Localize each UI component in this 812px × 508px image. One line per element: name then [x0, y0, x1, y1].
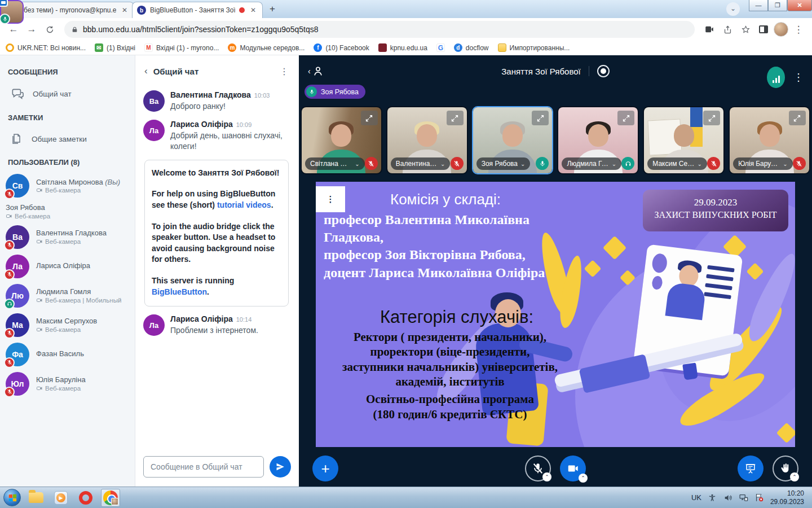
new-tab-button[interactable]: +: [265, 2, 280, 17]
chat-message-input[interactable]: [143, 456, 264, 478]
address-bar[interactable]: bbb.umo.edu.ua/html5client/join?sessionT…: [64, 21, 695, 38]
slide-options-kebab-icon[interactable]: ⋮: [316, 186, 345, 212]
bookmark-facebook[interactable]: f(10) Facebook: [314, 43, 369, 52]
start-button[interactable]: [3, 489, 21, 506]
hand-options-chevron-icon[interactable]: ⌃: [790, 472, 799, 481]
forward-icon[interactable]: →: [24, 21, 39, 37]
webcam-toggle-button[interactable]: ⌃: [560, 456, 586, 481]
bookmark-gmail-inbox[interactable]: MВхідні (1) - myrono...: [144, 43, 219, 52]
restore-presentation-button[interactable]: [738, 456, 764, 481]
webcam-name-label[interactable]: Валентина Гл...⌄: [391, 157, 451, 170]
bookmark-ukrnet[interactable]: UKR.NET: Всі новин...: [6, 43, 86, 52]
webcam-tile[interactable]: Максим Серпу...⌄: [643, 106, 725, 174]
user-row[interactable]: Юл Юлія Баруліна Веб-камера: [0, 369, 135, 398]
diamond-decoration: [603, 236, 626, 260]
meeting-title-group: Заняття Зої Рябової: [299, 65, 812, 77]
taskbar-media-player-button[interactable]: ▶: [51, 489, 70, 507]
message-author: Валентина Гладкова: [170, 90, 251, 99]
chat-message: Ла Лариса Оліфіра10:09 Добрий день, шано…: [143, 120, 290, 152]
webcam-name-label[interactable]: Світлана Мир...⌄: [305, 157, 365, 170]
side-panel-icon[interactable]: [756, 21, 771, 37]
presentation-slide[interactable]: ⋮: [316, 182, 795, 447]
fullscreen-icon[interactable]: [532, 111, 549, 125]
raise-hand-button[interactable]: ⌃: [773, 456, 798, 481]
bookmark-star-icon[interactable]: [738, 21, 753, 37]
user-row[interactable]: Ва Валентина Гладкова Веб-камера: [0, 222, 135, 252]
bookmark-google[interactable]: G: [436, 43, 445, 52]
meeting-options-kebab-icon[interactable]: ⋮: [793, 71, 804, 84]
talking-indicator-pill[interactable]: Зоя Рябова: [304, 85, 365, 99]
message-text: Доброго ранку!: [170, 101, 270, 112]
fullscreen-icon[interactable]: [789, 111, 806, 125]
mic-muted-badge: [4, 357, 15, 368]
bigbluebutton-link[interactable]: BigBlueButton: [152, 287, 207, 296]
tab-close-icon[interactable]: ✕: [120, 6, 129, 15]
profile-avatar[interactable]: [774, 22, 788, 37]
user-row[interactable]: Ма Максим Серпухов Веб-камера: [0, 310, 135, 340]
webcam-tile[interactable]: Людмила Гомля⌄: [557, 106, 639, 174]
taskbar-opera-button[interactable]: [76, 489, 95, 507]
close-button[interactable]: ✕: [787, 0, 812, 11]
tab-close-icon[interactable]: ✕: [249, 6, 258, 15]
browser-menu-kebab-icon[interactable]: ⋮: [791, 21, 806, 37]
volume-icon[interactable]: [723, 493, 733, 503]
sidebar-item-public-chat[interactable]: Общий чат: [0, 81, 135, 109]
back-icon[interactable]: ←: [6, 21, 21, 37]
user-row[interactable]: Св Світлана Миронова (Вы) Веб-камера: [0, 171, 135, 200]
mic-options-chevron-icon[interactable]: ⌃: [542, 472, 551, 481]
minimize-button[interactable]: —: [749, 0, 768, 11]
chat-message: Ва Валентина Гладкова10:03 Доброго ранку…: [143, 90, 290, 112]
chat-options-kebab-icon[interactable]: ⋮: [279, 66, 290, 77]
sidebar-item-shared-notes[interactable]: Общие заметки: [0, 126, 135, 154]
record-indicator-icon[interactable]: [597, 65, 610, 77]
restore-button[interactable]: ❐: [768, 0, 787, 11]
connection-status-icon[interactable]: [767, 67, 785, 88]
user-row[interactable]: Лю Людмила Гомля Веб-камера | Мобильный: [0, 281, 135, 310]
camera-in-use-icon[interactable]: [701, 21, 717, 37]
send-message-button[interactable]: [270, 456, 291, 478]
bookmark-inbox[interactable]: ✉(1) Вхідні: [95, 43, 135, 52]
webcam-name-label[interactable]: Людмила Гомля⌄: [562, 157, 621, 170]
clock[interactable]: 10:20 29.09.2023: [770, 489, 804, 506]
mic-muted-badge: [4, 240, 15, 251]
window-controls: — ❐ ✕: [749, 0, 812, 11]
bookmark-imported-folder[interactable]: Импортированны...: [498, 43, 570, 52]
taskbar-explorer-button[interactable]: [27, 489, 46, 507]
webcam-name-label[interactable]: Зоя Рябова⌄: [476, 157, 531, 170]
user-row[interactable]: Зоя Рябова Веб-камера: [0, 200, 135, 222]
user-row[interactable]: Фа Фазан Василь: [0, 340, 135, 369]
reload-icon[interactable]: [42, 21, 58, 37]
tab-search-chevron-icon[interactable]: ⌄: [726, 2, 740, 16]
chat-back-chevron-icon[interactable]: ‹: [144, 65, 148, 77]
webcam-tile[interactable]: Світлана Мир...⌄: [301, 106, 382, 174]
toggle-userlist-button[interactable]: ‹: [308, 65, 324, 77]
ease-of-access-icon[interactable]: [707, 493, 717, 503]
user-row[interactable]: Ла Лариса Оліфіра: [0, 252, 135, 281]
bookmark-moodle[interactable]: mМодульне середов...: [228, 43, 304, 52]
share-icon[interactable]: [720, 21, 735, 37]
webcam-icon: [567, 462, 579, 475]
bookmark-kpnu[interactable]: kpnu.edu.ua: [378, 43, 427, 52]
webcam-options-chevron-icon[interactable]: ⌃: [579, 474, 588, 483]
tab-bigbluebutton[interactable]: b BigBlueButton - Заняття Зої ✕: [132, 2, 263, 18]
webcam-name-label[interactable]: Юлія Баруліна⌄: [733, 157, 793, 170]
avatar: Ва: [6, 225, 29, 249]
tutorial-videos-link[interactable]: tutorial videos: [217, 200, 271, 209]
welcome-message-card: Welcome to Заняття Зої Рябової! For help…: [144, 160, 289, 306]
webcam-tile[interactable]: Юлія Баруліна⌄: [729, 106, 810, 174]
fullscreen-icon[interactable]: [703, 111, 720, 125]
taskbar-chrome-button-active[interactable]: [101, 489, 120, 507]
webcam-tile[interactable]: Валентина Гл...⌄: [386, 106, 468, 174]
network-icon[interactable]: [739, 493, 749, 503]
bookmark-docflow[interactable]: ddocflow: [454, 43, 489, 52]
fullscreen-icon[interactable]: [447, 111, 464, 125]
fullscreen-icon[interactable]: [617, 111, 634, 125]
action-center-flag-icon[interactable]: [754, 493, 765, 503]
chevron-down-icon: ⌄: [612, 161, 616, 167]
language-indicator[interactable]: UK: [691, 493, 701, 502]
browser-toolbar: ← → bbb.umo.edu.ua/html5client/join?sess…: [0, 18, 812, 41]
mute-toggle-button[interactable]: ⌃: [525, 456, 551, 481]
webcam-name-label[interactable]: Максим Серпу...⌄: [647, 157, 707, 170]
webcam-tile-active-speaker[interactable]: Зоя Рябова⌄: [472, 106, 554, 174]
fullscreen-icon[interactable]: [361, 111, 378, 125]
